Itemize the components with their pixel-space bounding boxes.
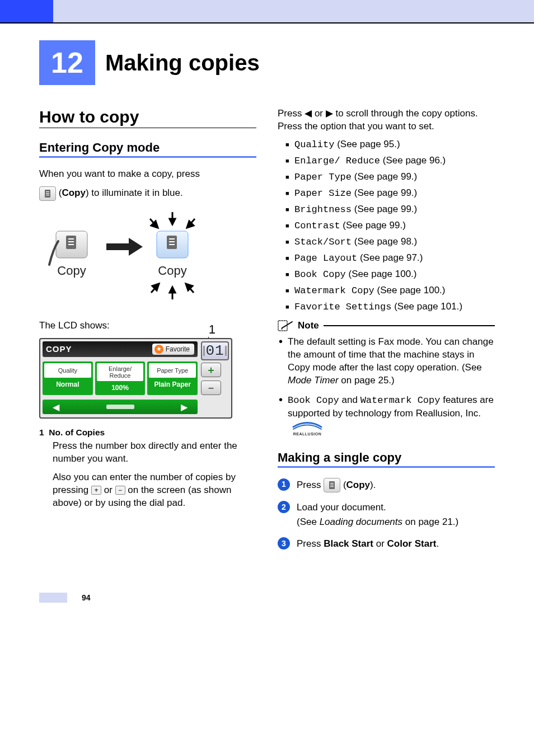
lcd-cell-label: Enlarge/ Reduce: [97, 363, 144, 381]
svg-marker-22: [170, 287, 175, 293]
lcd-cell-papertype[interactable]: Paper Type Plain Paper: [147, 361, 198, 395]
intro-2c: ) to illuminate it in blue.: [86, 187, 183, 198]
list-item: Contrast (See page 99.): [285, 220, 495, 231]
lcd-intro: The LCD shows:: [39, 320, 256, 332]
svg-rect-14: [169, 244, 175, 245]
svg-rect-1: [46, 191, 49, 192]
step-item: 2 Load your document. (See Loading docum…: [278, 500, 495, 529]
top-bar-accent: [0, 0, 53, 22]
options-list: Quality (See page 95.) Enlarge/ Reduce (…: [278, 139, 495, 312]
scroll-left-icon[interactable]: ◀: [53, 402, 59, 412]
step-number: 3: [278, 537, 290, 550]
svg-marker-9: [106, 238, 143, 256]
lcd-header: COPY ★ Favorite: [43, 341, 198, 357]
top-bar: [0, 0, 534, 22]
copy-label-right: Copy: [158, 264, 186, 278]
section-heading: How to copy: [39, 107, 256, 128]
lcd-panel-wrap: 1 COPY ★ Favorite: [39, 338, 232, 419]
list-item: Paper Size (See page 99.): [285, 187, 495, 199]
lcd-scrollbar[interactable]: ◀ ▶: [43, 400, 198, 414]
callout-definition: 1 No. of Copies Press the number box dir…: [39, 428, 256, 510]
note-item: Book Copy and Watermark Copy features ar…: [278, 394, 495, 437]
top-bar-fill: [53, 0, 534, 22]
lcd-cell-label: Quality: [44, 363, 91, 378]
steps-list: 1 Press (Copy). 2 Load your document. (S…: [278, 478, 495, 551]
svg-rect-30: [330, 483, 334, 483]
lcd-cell-value: 100%: [97, 381, 144, 393]
left-column: How to copy Entering Copy mode When you …: [39, 107, 256, 559]
scroll-thumb[interactable]: [106, 405, 134, 409]
chapter-number: 12: [39, 40, 95, 85]
step-number: 2: [278, 501, 290, 513]
definition-number: 1: [39, 428, 44, 437]
plus-button[interactable]: ＋: [201, 363, 221, 377]
svg-rect-31: [330, 485, 334, 485]
callout-number: 1: [209, 322, 216, 337]
svg-rect-12: [169, 238, 175, 240]
page-footer: 94: [39, 593, 495, 603]
page-number: 94: [82, 593, 91, 602]
list-item: Enlarge/ Reduce (See page 96.): [285, 155, 495, 166]
definition-p2: Also you can enter the number of copies …: [53, 471, 254, 510]
lcd-cell-value: Plain Paper: [149, 378, 196, 390]
svg-rect-8: [68, 244, 74, 245]
note-list: The default setting is Fax mode. You can…: [278, 336, 495, 437]
list-item: Quality (See page 95.): [285, 139, 495, 150]
definition-title: No. of Copies: [49, 428, 105, 437]
lcd-panel: COPY ★ Favorite Quality Normal: [39, 338, 232, 419]
definition-p1: Press the number box directly and enter …: [53, 440, 254, 466]
step-item: 3 Press Black Start or Color Start.: [278, 537, 495, 551]
svg-text:REALLUSION: REALLUSION: [293, 432, 322, 436]
step-number: 1: [278, 478, 290, 491]
svg-rect-7: [68, 241, 74, 242]
list-item: Watermark Copy (See page 100.): [285, 285, 495, 296]
intro-line-1: When you want to make a copy, press: [39, 168, 256, 181]
scroll-intro: Press ◀ or ▶ to scroll through the copy …: [278, 107, 495, 133]
list-item: Stack/Sort (See page 98.): [285, 236, 495, 247]
step-item: 1 Press (Copy).: [278, 478, 495, 493]
svg-rect-2: [46, 193, 49, 194]
note-item: The default setting is Fax mode. You can…: [278, 336, 495, 387]
reallusion-logo: REALLUSION: [288, 420, 327, 437]
favorite-label: Favorite: [166, 345, 190, 353]
lcd-cell-quality[interactable]: Quality Normal: [43, 361, 93, 395]
list-item: Favorite Settings (See page 101.): [285, 301, 495, 312]
chapter-header: 12 Making copies: [39, 40, 495, 85]
subsection-rule: [278, 466, 495, 468]
list-item: Book Copy (See page 100.): [285, 269, 495, 280]
lcd-option-row: Quality Normal Enlarge/ Reduce 100% Pape…: [43, 361, 198, 395]
right-column: Press ◀ or ▶ to scroll through the copy …: [278, 107, 495, 559]
note-rule: [324, 325, 495, 326]
lcd-cell-label: Paper Type: [149, 363, 196, 378]
chapter-title: Making copies: [105, 50, 260, 76]
copy-key-icon: [39, 186, 56, 201]
list-item: Paper Type (See page 99.): [285, 171, 495, 182]
subsection-heading: Entering Copy mode: [39, 140, 256, 155]
svg-marker-16: [170, 219, 175, 224]
lcd-cell-value: Normal: [44, 378, 91, 390]
subsection-rule: [39, 156, 256, 158]
list-item: Brightness (See page 99.): [285, 204, 495, 215]
scroll-right-icon[interactable]: ▶: [181, 402, 188, 412]
note-title: Note: [298, 320, 319, 331]
svg-rect-3: [46, 195, 49, 195]
copy-key-icon: [324, 478, 340, 492]
svg-rect-32: [330, 486, 334, 487]
lcd-cell-enlarge[interactable]: Enlarge/ Reduce 100%: [95, 361, 146, 395]
subsection-heading-single: Making a single copy: [278, 450, 495, 465]
copy-illustration: Copy Copy: [39, 209, 256, 312]
minus-key-icon: −: [115, 486, 125, 495]
svg-rect-6: [68, 238, 74, 240]
svg-rect-13: [169, 241, 175, 242]
note-header: Note: [278, 320, 495, 331]
copies-counter[interactable]: 01: [201, 341, 229, 360]
intro-line-2: (Copy) to illuminate it in blue.: [39, 186, 256, 201]
definition-head: 1 No. of Copies: [39, 428, 256, 438]
copy-label-left: Copy: [57, 264, 86, 278]
plus-key-icon: +: [91, 486, 101, 495]
favorite-button[interactable]: ★ Favorite: [152, 344, 194, 355]
star-icon: ★: [154, 345, 163, 354]
intro-2a: (: [56, 187, 62, 198]
note-icon: [278, 320, 293, 331]
minus-button[interactable]: －: [201, 381, 221, 395]
